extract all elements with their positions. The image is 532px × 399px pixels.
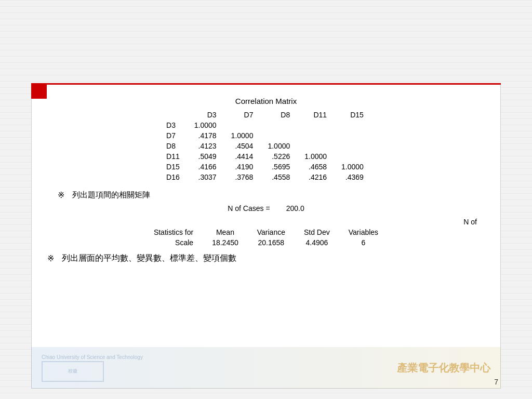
cell-d11-d3: .5049 [187, 151, 224, 162]
cell-d11-d8: .5226 [260, 151, 297, 162]
cell-d7-d7: 1.0000 [224, 130, 261, 141]
cell-d3-d8 [260, 120, 297, 130]
stats-variance: 20.1658 [248, 237, 295, 248]
stats-col-mean: Mean [203, 227, 248, 237]
cell-d15-d11: .4658 [297, 162, 334, 172]
ncases-value: 200.0 [286, 204, 304, 212]
slide-content: Correlation Matrix D3 D7 D8 D11 D15 D3 [31, 83, 501, 389]
cell-d16-d7: .3768 [224, 172, 261, 182]
table-row: D3 1.0000 [161, 120, 371, 130]
cell-d16-d8: .4558 [260, 172, 297, 182]
matrix-title: Correlation Matrix [47, 97, 485, 105]
cell-d8-d15 [334, 141, 371, 151]
cell-d15-d8: .5695 [260, 162, 297, 172]
cell-d11-d15 [334, 151, 371, 162]
stats-col-label: Statistics for [144, 227, 203, 237]
table-row: D8 .4123 .4504 1.0000 [161, 141, 371, 151]
table-row: D7 .4178 1.0000 [161, 130, 371, 141]
cell-d15-d7: .4190 [224, 162, 261, 172]
cell-d8-d7: .4504 [224, 141, 261, 151]
col-d15: D15 [334, 110, 371, 120]
row-label-d11: D11 [161, 151, 187, 162]
watermark-right-text: 產業電子化教學中心 [397, 361, 490, 375]
cell-d7-d3: .4178 [187, 130, 224, 141]
matrix-note-text: 列出題項間的相關矩陣 [72, 190, 150, 200]
watermark-left-text: Chiao University of Science and Technolo… [42, 354, 143, 382]
cell-d3-d11 [297, 120, 334, 130]
stats-col-stddev: Std Dev [295, 227, 339, 237]
cell-d16-d3: .3037 [187, 172, 224, 182]
cell-d3-d15 [334, 120, 371, 130]
stats-col-variables: Variables [339, 227, 388, 237]
stats-data-row: Scale 18.2450 20.1658 4.4906 6 [144, 237, 388, 248]
ncases-line: N of Cases = 200.0 [47, 204, 485, 212]
stats-col-variance: Variance [248, 227, 295, 237]
cell-d7-d11 [297, 130, 334, 141]
row-label-d7: D7 [161, 130, 187, 141]
col-d7: D7 [224, 110, 261, 120]
cell-d15-d3: .4166 [187, 162, 224, 172]
watermark-area: Chiao University of Science and Technolo… [31, 347, 501, 389]
cell-d3-d3: 1.0000 [187, 120, 224, 130]
matrix-note-line: ※ 列出題項間的相關矩陣 [58, 190, 485, 200]
ncases-label: N of Cases = [228, 204, 270, 212]
cell-d16-d11: .4216 [297, 172, 334, 182]
row-label-d15: D15 [161, 162, 187, 172]
table-row: D16 .3037 .3768 .4558 .4216 .4369 [161, 172, 371, 182]
cell-d7-d15 [334, 130, 371, 141]
nof-label: N of [463, 218, 477, 226]
cell-d15-d15: 1.0000 [334, 162, 371, 172]
table-row: D11 .5049 .4414 .5226 1.0000 [161, 151, 371, 162]
col-empty [161, 110, 187, 120]
stats-row-label: Scale [144, 237, 203, 248]
table-row: D15 .4166 .4190 .5695 .4658 1.0000 [161, 162, 371, 172]
red-corner-accent [31, 83, 47, 99]
statistics-section: N of Statistics for Mean Variance Std De… [47, 218, 485, 248]
cell-d11-d7: .4414 [224, 151, 261, 162]
red-top-line [47, 83, 501, 85]
cell-d8-d11 [297, 141, 334, 151]
matrix-section: Correlation Matrix D3 D7 D8 D11 D15 D3 [47, 97, 485, 182]
row-label-d3: D3 [161, 120, 187, 130]
correlation-matrix-table: D3 D7 D8 D11 D15 D3 1.0000 [161, 110, 371, 182]
col-d11: D11 [297, 110, 334, 120]
cell-d3-d7 [224, 120, 261, 130]
bottom-note-symbol: ※ [47, 254, 54, 263]
stats-mean: 18.2450 [203, 237, 248, 248]
col-d8: D8 [260, 110, 297, 120]
stats-stddev: 4.4906 [295, 237, 339, 248]
statistics-table: Statistics for Mean Variance Std Dev Var… [144, 227, 388, 248]
page-number: 7 [494, 378, 498, 386]
cell-d11-d11: 1.0000 [297, 151, 334, 162]
row-label-d8: D8 [161, 141, 187, 151]
cell-d16-d15: .4369 [334, 172, 371, 182]
row-label-d16: D16 [161, 172, 187, 182]
bottom-note-text: 列出層面的平均數、變異數、標準差、變項個數 [62, 253, 236, 264]
cell-d7-d8 [260, 130, 297, 141]
bottom-note-line: ※ 列出層面的平均數、變異數、標準差、變項個數 [47, 253, 485, 264]
cell-d8-d8: 1.0000 [260, 141, 297, 151]
cell-d8-d3: .4123 [187, 141, 224, 151]
stats-variables: 6 [339, 237, 388, 248]
col-d3: D3 [187, 110, 224, 120]
matrix-note-symbol: ※ [58, 190, 64, 200]
